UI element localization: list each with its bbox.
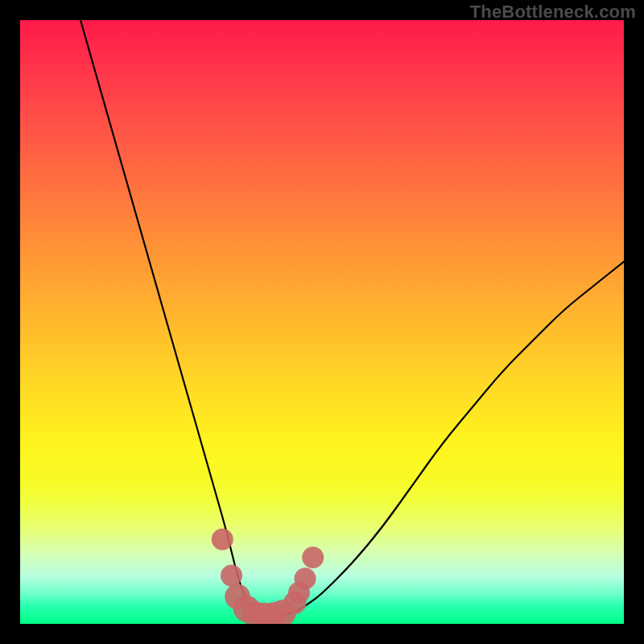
bottleneck-curve xyxy=(80,20,624,616)
curve-marker xyxy=(212,529,233,551)
curve-marker xyxy=(221,565,242,587)
chart-svg xyxy=(20,20,624,624)
curve-marker xyxy=(302,547,324,568)
watermark-text: TheBottleneck.com xyxy=(470,2,636,23)
chart-frame: TheBottleneck.com xyxy=(0,0,644,644)
plot-area xyxy=(20,20,624,624)
curve-markers xyxy=(212,529,324,625)
curve-marker xyxy=(295,568,316,589)
